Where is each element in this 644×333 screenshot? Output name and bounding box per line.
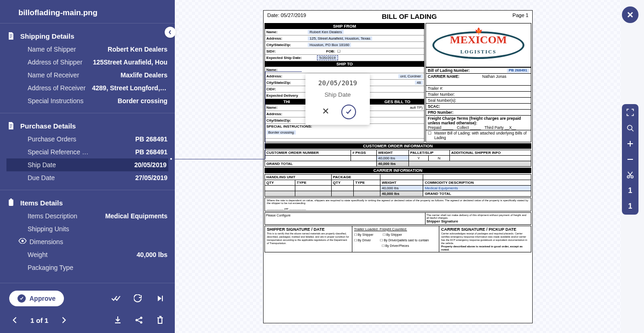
field-row[interactable]: Purchase OrdersPB 268491 bbox=[0, 133, 175, 146]
svg-rect-0 bbox=[10, 35, 12, 35]
svg-point-10 bbox=[140, 317, 143, 319]
eye-icon bbox=[18, 238, 27, 245]
svg-rect-1 bbox=[10, 36, 12, 36]
section-items: Items Details Items DescriptionMedical E… bbox=[0, 190, 175, 280]
svg-rect-2 bbox=[10, 37, 12, 38]
field-row[interactable]: Items DescriptionMedical Equipments bbox=[0, 210, 175, 222]
document-icon bbox=[7, 32, 16, 40]
fullscreen-button[interactable] bbox=[626, 108, 635, 117]
zoom-out-button[interactable] bbox=[626, 155, 635, 164]
svg-point-8 bbox=[22, 240, 24, 242]
field-row[interactable]: Weight40,000 lbs bbox=[0, 248, 175, 261]
download-button[interactable] bbox=[112, 315, 123, 326]
field-row[interactable]: Name of ReceiverMaxlife Dealers bbox=[0, 69, 175, 82]
svg-rect-4 bbox=[10, 126, 12, 126]
section-shipping: Shipping Details Name of ShipperRobert K… bbox=[0, 23, 175, 113]
filename: billoflading-main.png bbox=[0, 0, 175, 23]
collapse-sidebar-button[interactable] bbox=[165, 27, 176, 38]
pager: 1 of 1 bbox=[9, 315, 69, 326]
next-page-button[interactable] bbox=[58, 315, 69, 326]
popup-confirm-button[interactable] bbox=[341, 105, 356, 119]
svg-point-11 bbox=[136, 319, 138, 321]
popup-value: 20/05/2019 bbox=[311, 79, 364, 87]
document-icon bbox=[7, 122, 16, 130]
search-button[interactable] bbox=[626, 123, 635, 133]
popup-cancel-button[interactable] bbox=[319, 105, 332, 117]
page-indicator: 1 of 1 bbox=[30, 316, 48, 324]
check-all-button[interactable] bbox=[110, 293, 121, 304]
section-title: Purchase Details bbox=[20, 122, 76, 130]
delete-button[interactable] bbox=[155, 315, 166, 326]
skip-next-button[interactable] bbox=[155, 293, 166, 304]
doc-title: BILL OF LADING bbox=[382, 12, 437, 20]
close-button[interactable] bbox=[622, 6, 638, 23]
field-row[interactable]: Special InstructionsBorder crossing bbox=[0, 94, 175, 107]
prev-page-button[interactable] bbox=[9, 315, 20, 326]
cut-button[interactable] bbox=[626, 170, 635, 180]
svg-rect-6 bbox=[9, 199, 13, 206]
field-row[interactable]: Special Reference N...PB 268491 bbox=[0, 146, 175, 158]
svg-rect-7 bbox=[10, 199, 12, 200]
svg-rect-9 bbox=[162, 296, 163, 301]
zoom-in-button[interactable] bbox=[626, 139, 635, 148]
field-row[interactable]: Shipping Units bbox=[0, 222, 175, 235]
field-row[interactable]: Due Date27/05/2019 bbox=[0, 171, 175, 184]
svg-point-12 bbox=[140, 321, 143, 324]
right-toolbar: 1 1 bbox=[622, 104, 638, 215]
field-row[interactable]: Dimensions bbox=[0, 235, 175, 248]
svg-rect-5 bbox=[10, 127, 12, 128]
section-purchase: Purchase Details Purchase OrdersPB 26849… bbox=[0, 113, 175, 190]
badge-1[interactable]: 1 bbox=[626, 186, 635, 195]
approve-button[interactable]: Approve bbox=[9, 291, 64, 306]
sidebar: billoflading-main.png Shipping Details N… bbox=[0, 0, 175, 333]
svg-rect-3 bbox=[10, 124, 12, 125]
field-popup: 20/05/2019 Ship Date bbox=[305, 74, 370, 125]
field-row[interactable]: Name of ShipperRobert Ken Dealers bbox=[0, 43, 175, 56]
sidebar-footer: Approve 1 of 1 bbox=[0, 283, 175, 333]
svg-point-14 bbox=[627, 176, 630, 178]
field-row[interactable]: Packaging Type bbox=[0, 261, 175, 274]
clipboard-icon bbox=[7, 199, 16, 207]
check-circle-icon bbox=[17, 294, 26, 303]
field-row[interactable]: Address of Shipper125Street Aurafield, H… bbox=[0, 56, 175, 69]
badge-2[interactable]: 1 bbox=[626, 202, 635, 211]
popup-label: Ship Date bbox=[311, 91, 364, 98]
share-button[interactable] bbox=[133, 315, 144, 326]
carrier-info-table: HANDLING UNITPACKAGE QTYTYPEQTYTYPEWEIGH… bbox=[264, 174, 531, 197]
field-row[interactable]: Address of Receiver4289, Street Longford… bbox=[0, 82, 175, 94]
section-title: Shipping Details bbox=[20, 32, 75, 40]
field-row-ship-date[interactable]: Ship Date20/05/2019 bbox=[6, 158, 168, 171]
customer-order-table: CUSTOMER ORDER NUMBER# PKGSWEIGHTPALLET/… bbox=[264, 150, 531, 167]
document-preview[interactable]: Date: 05/27/2019 BILL OF LADING Page 1 S… bbox=[263, 10, 533, 323]
logo: 🍁 MEXICOMLOGISTICS bbox=[426, 23, 531, 67]
canvas[interactable]: Date: 05/27/2019 BILL OF LADING Page 1 S… bbox=[175, 0, 621, 333]
svg-point-13 bbox=[627, 125, 632, 130]
svg-point-15 bbox=[631, 176, 633, 178]
refresh-button[interactable] bbox=[132, 293, 144, 304]
section-title: Items Details bbox=[20, 199, 63, 207]
